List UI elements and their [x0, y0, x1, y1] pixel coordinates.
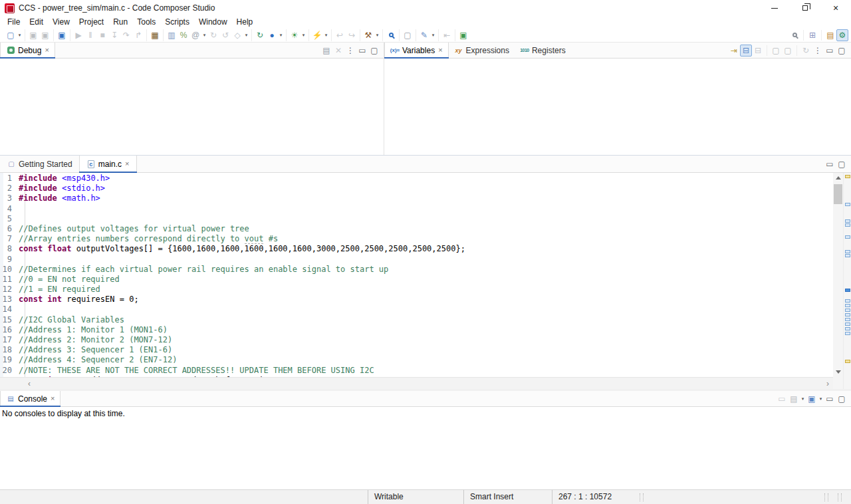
chevron-down-icon[interactable]: ▾ [323, 29, 329, 41]
menu-item-project[interactable]: Project [74, 16, 108, 28]
occurrence-marker[interactable] [845, 313, 850, 316]
logical-structure-icon[interactable]: ⊟ [740, 45, 752, 57]
refresh-icon[interactable]: ↻ [800, 45, 812, 57]
tab-variables[interactable]: (x)= Variables × [384, 43, 449, 58]
ccs-edit-perspective-icon[interactable]: ▤ [824, 29, 836, 41]
menu-item-window[interactable]: Window [194, 16, 232, 28]
occurrence-marker[interactable] [845, 203, 850, 206]
step-over-icon[interactable]: ↷ [120, 29, 132, 41]
chevron-down-icon[interactable]: ▾ [430, 29, 436, 41]
refresh-icon[interactable]: ↻ [254, 29, 266, 41]
menu-item-tools[interactable]: Tools [132, 16, 160, 28]
resume-icon[interactable]: ▶ [72, 29, 84, 41]
menu-item-edit[interactable]: Edit [25, 16, 48, 28]
chevron-down-icon[interactable]: ▾ [278, 29, 284, 41]
open-window-icon[interactable]: ▢ [402, 29, 414, 41]
new-file-icon[interactable]: ▢ [5, 29, 17, 41]
close-window-button[interactable]: × [820, 0, 851, 16]
tab-main-c[interactable]: c main.c × [79, 156, 137, 172]
occurrence-marker[interactable] [845, 332, 850, 335]
occurrence-marker[interactable] [845, 318, 850, 321]
restore-window-button[interactable] [790, 0, 820, 16]
search-icon[interactable] [385, 29, 397, 41]
reset-cpu-icon[interactable]: ↺ [219, 29, 231, 41]
flush-icon[interactable]: ◇ [231, 29, 243, 41]
nav-forward-icon[interactable]: ↪ [346, 29, 358, 41]
build-icon[interactable]: ⚒ [362, 29, 374, 41]
occurrence-marker[interactable] [845, 327, 850, 330]
scroll-left-icon[interactable]: ‹ [24, 378, 35, 389]
maximize-icon[interactable]: ▢ [368, 45, 380, 57]
occurrence-marker[interactable] [845, 254, 850, 257]
tab-expressions[interactable]: xy Expressions [449, 43, 515, 58]
last-edit-location-icon[interactable]: ⇤ [441, 29, 453, 41]
close-icon[interactable]: × [438, 47, 442, 54]
occurrence-marker[interactable] [845, 235, 850, 239]
chevron-down-icon[interactable]: ▾ [818, 393, 824, 405]
minimize-icon[interactable]: ▭ [824, 45, 836, 57]
chevron-down-icon[interactable]: ▾ [301, 29, 306, 41]
tab-registers[interactable]: 1010 Registers [515, 43, 571, 58]
menu-item-scripts[interactable]: Scripts [160, 16, 194, 28]
code-view[interactable]: 1#include <msp430.h>2#include <stdio.h>3… [0, 173, 833, 377]
tab-console[interactable]: ▤ Console × [0, 391, 61, 406]
occurrence-marker[interactable] [845, 299, 850, 303]
tab-getting-started[interactable]: ▢ Getting Started [0, 156, 79, 172]
horizontal-scrollbar[interactable]: ‹ › [0, 377, 833, 389]
occurrence-marker[interactable] [845, 219, 850, 223]
scroll-right-icon[interactable]: › [822, 378, 833, 389]
remove-watch-icon[interactable]: ▢ [782, 45, 794, 57]
occurrence-marker[interactable] [845, 322, 850, 326]
chevron-down-icon[interactable]: ▾ [201, 29, 207, 41]
horizontal-scrollbar-track[interactable] [35, 378, 822, 389]
step-return-icon[interactable]: ↱ [132, 29, 144, 41]
minimize-icon[interactable]: ▭ [824, 158, 836, 170]
occurrence-marker[interactable] [845, 175, 850, 178]
restart-icon[interactable]: ↻ [207, 29, 219, 41]
show-type-names-icon[interactable]: ⇥ [728, 45, 740, 57]
chevron-down-icon[interactable]: ▾ [243, 29, 249, 41]
occurrence-marker[interactable] [845, 309, 850, 312]
open-perspective-icon[interactable]: ⊞ [806, 29, 818, 41]
menu-item-help[interactable]: Help [232, 16, 258, 28]
maximize-icon[interactable]: ▢ [836, 393, 848, 405]
pin-console-icon[interactable]: ▭ [776, 393, 788, 405]
maximize-icon[interactable]: ▢ [836, 45, 848, 57]
quick-search-icon[interactable] [789, 29, 800, 41]
collapse-all-icon[interactable]: ⊟ [752, 45, 764, 57]
save-icon[interactable]: ▣ [27, 29, 39, 41]
occurrence-marker[interactable] [845, 304, 850, 307]
tab-debug[interactable]: Debug × [0, 43, 55, 58]
minimize-icon[interactable]: ▭ [356, 45, 368, 57]
chevron-down-icon[interactable]: ▾ [800, 393, 806, 405]
open-console-icon[interactable]: ▣ [806, 393, 818, 405]
occurrence-marker[interactable] [845, 289, 850, 292]
occurrence-marker[interactable] [845, 223, 850, 227]
display-console-icon[interactable]: ▤ [788, 393, 800, 405]
view-menu-icon[interactable]: ⋮ [344, 45, 356, 57]
scroll-up-icon[interactable] [833, 173, 843, 183]
target-monitor-icon[interactable]: ▥ [166, 29, 178, 41]
minimize-icon[interactable]: ▭ [824, 393, 836, 405]
occurrence-marker[interactable] [845, 360, 850, 363]
menu-item-file[interactable]: File [3, 16, 25, 28]
maximize-icon[interactable]: ▢ [836, 158, 848, 170]
memory-browser-icon[interactable]: ▦ [149, 29, 161, 41]
terminate-icon[interactable]: ■ [96, 29, 108, 41]
debug-config-gear-icon[interactable]: ☀ [289, 29, 301, 41]
vertical-scrollbar[interactable] [833, 173, 843, 389]
chevron-down-icon[interactable]: ▾ [17, 29, 23, 41]
step-into-icon[interactable]: ↧ [108, 29, 120, 41]
connect-target-icon[interactable]: ● [266, 29, 278, 41]
highlight-pen-icon[interactable]: ✎ [418, 29, 430, 41]
view-menu-icon[interactable]: ⋮ [812, 45, 824, 57]
minimize-window-button[interactable] [759, 0, 790, 16]
menu-item-view[interactable]: View [48, 16, 74, 28]
save-all-icon[interactable]: ▣ [39, 29, 51, 41]
close-icon[interactable]: × [125, 160, 129, 168]
connect-tree-icon[interactable]: ▤ [320, 45, 332, 57]
menu-item-run[interactable]: Run [108, 16, 132, 28]
scroll-down-icon[interactable] [833, 367, 843, 377]
vertical-scrollbar-thumb[interactable] [834, 184, 842, 204]
load-symbols-icon[interactable]: @ [189, 29, 201, 41]
